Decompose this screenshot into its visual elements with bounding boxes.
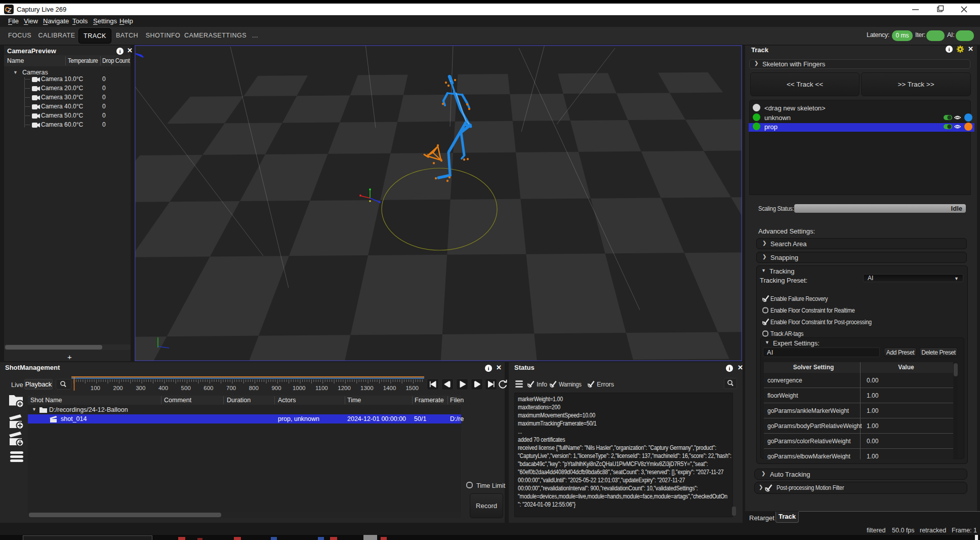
svg-text:200: 200 [113, 385, 123, 391]
svg-text:400: 400 [158, 385, 168, 391]
svg-text:1300: 1300 [360, 385, 374, 391]
svg-text:1100: 1100 [315, 385, 328, 391]
svg-text:700: 700 [226, 385, 236, 391]
svg-text:1500: 1500 [405, 385, 419, 391]
svg-text:Z: Z [7, 7, 12, 14]
svg-text:900: 900 [271, 385, 281, 391]
svg-text:1200: 1200 [338, 385, 351, 391]
svg-text:600: 600 [203, 385, 213, 391]
svg-text:500: 500 [181, 385, 191, 391]
svg-text:1000: 1000 [293, 385, 306, 391]
svg-text:100: 100 [91, 385, 100, 391]
svg-text:300: 300 [136, 385, 145, 391]
svg-text:800: 800 [249, 385, 259, 391]
svg-text:1400: 1400 [383, 385, 396, 391]
